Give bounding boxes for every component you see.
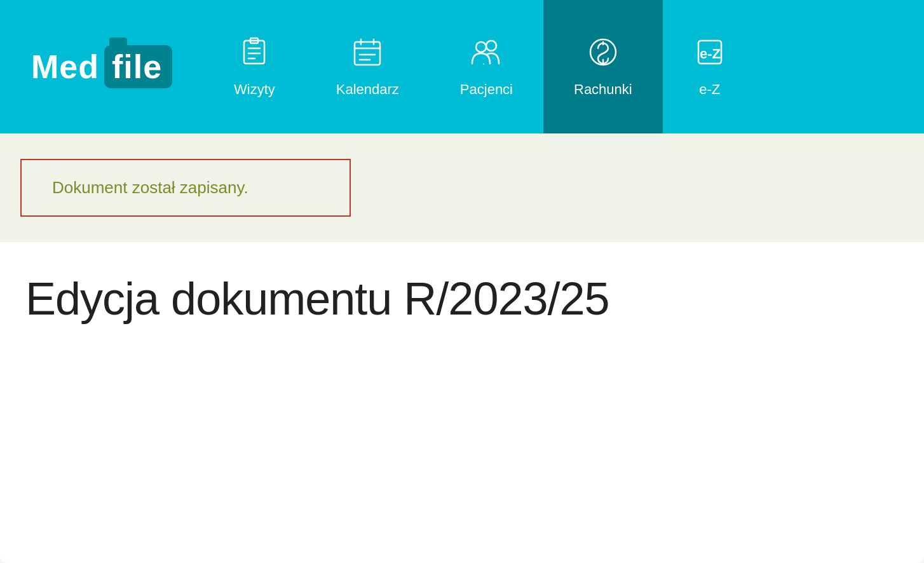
- nav-item-kalendarz[interactable]: Kalendarz: [306, 0, 430, 133]
- page-title: Edycja dokumentu R/2023/25: [25, 273, 899, 325]
- nav-label-pacjenci: Pacjenci: [460, 81, 513, 98]
- logo-med: Med: [31, 48, 99, 86]
- success-banner: Dokument został zapisany.: [0, 133, 924, 242]
- nav-item-ez[interactable]: e-Z e-Z: [663, 0, 757, 133]
- nav-label-ez: e-Z: [699, 81, 720, 98]
- users-icon: [470, 36, 503, 72]
- nav-label-kalendarz: Kalendarz: [336, 81, 399, 98]
- svg-rect-0: [244, 41, 264, 64]
- svg-point-13: [476, 42, 486, 52]
- nav-items: Wizyty Kalendarz: [203, 0, 924, 133]
- logo-area[interactable]: Med file: [0, 0, 203, 133]
- success-message-box: Dokument został zapisany.: [20, 159, 351, 217]
- navbar: Med file Wizyty: [0, 0, 924, 133]
- svg-point-12: [486, 41, 496, 51]
- page-title-area: Edycja dokumentu R/2023/25: [0, 242, 924, 345]
- nav-label-wizyty: Wizyty: [234, 81, 275, 98]
- svg-rect-5: [355, 42, 380, 65]
- nav-item-wizyty[interactable]: Wizyty: [203, 0, 306, 133]
- logo-file: file: [112, 48, 162, 85]
- nav-item-rachunki[interactable]: Rachunki: [543, 0, 663, 133]
- nav-item-pacjenci[interactable]: Pacjenci: [430, 0, 543, 133]
- dollar-icon: [587, 36, 620, 72]
- main-content: Dokument został zapisany. Edycja dokumen…: [0, 133, 924, 563]
- logo-file-box: file: [104, 45, 172, 88]
- logo: Med file: [31, 45, 172, 88]
- calendar-icon: [351, 36, 384, 72]
- nav-label-rachunki: Rachunki: [574, 81, 632, 98]
- success-message-text: Dokument został zapisany.: [52, 178, 248, 197]
- svg-text:e-Z: e-Z: [700, 46, 721, 62]
- ez-icon: e-Z: [693, 36, 726, 72]
- logo-file-tab: [109, 37, 127, 46]
- clipboard-list-icon: [238, 36, 271, 72]
